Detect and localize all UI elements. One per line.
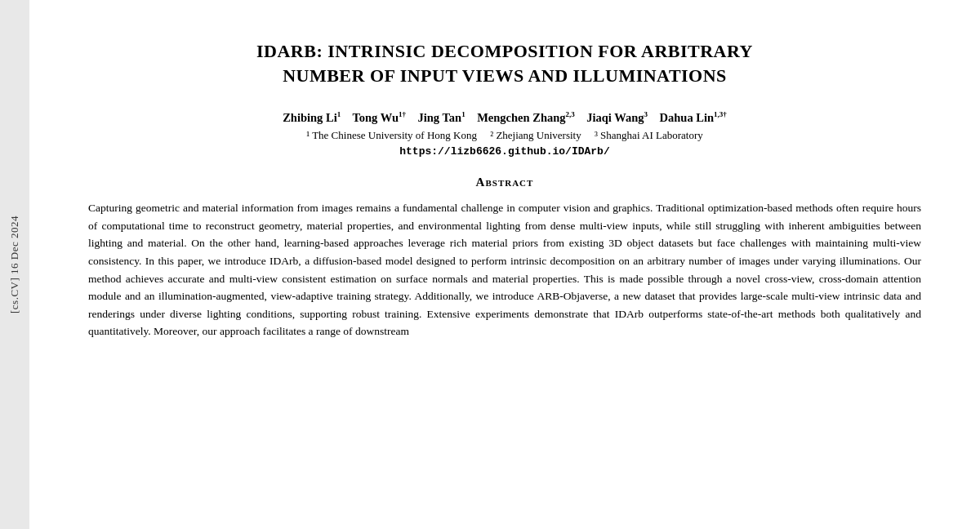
affil3: ³ Shanghai AI Laboratory: [595, 129, 703, 141]
paper-body: IDArb: Intrinsic Decomposition for Arbit…: [29, 0, 980, 529]
author-zhibing-li: Zhibing Li1: [283, 111, 341, 124]
affil2: ² Zhejiang University: [490, 129, 581, 141]
abstract-text: Capturing geometric and material informa…: [88, 199, 921, 340]
author-jing-tan: Jing Tan1: [418, 111, 466, 124]
abstract-section: Abstract Capturing geometric and materia…: [88, 176, 921, 340]
author-jiaqi-wang: Jiaqi Wang3: [586, 111, 648, 124]
affiliations-line: ¹ The Chinese University of Hong Kong ² …: [88, 129, 921, 142]
author-dahua-lin: Dahua Lin1,3†: [660, 111, 727, 124]
abstract-title: Abstract: [88, 176, 921, 189]
arxiv-date-label: [cs.CV] 16 Dec 2024: [8, 216, 21, 313]
title-line1: IDArb: Intrinsic Decomposition for Arbit…: [256, 41, 753, 61]
authors-section: Zhibing Li1 Tong Wu1† Jing Tan1 Mengchen…: [88, 110, 921, 158]
author-tong-wu: Tong Wu1†: [352, 111, 406, 124]
author-mengchen-zhang: Mengchen Zhang2,3: [477, 111, 575, 124]
paper-url[interactable]: https://lizb6626.github.io/IDArb/: [88, 145, 921, 158]
url-text[interactable]: https://lizb6626.github.io/IDArb/: [399, 145, 609, 158]
authors-line: Zhibing Li1 Tong Wu1† Jing Tan1 Mengchen…: [88, 110, 921, 125]
title-line2: Number of Input Views and Illuminations: [283, 65, 727, 86]
paper-title: IDArb: Intrinsic Decomposition for Arbit…: [88, 39, 921, 87]
affil1: ¹ The Chinese University of Hong Kong: [306, 129, 477, 141]
side-label-container: [cs.CV] 16 Dec 2024: [0, 0, 29, 529]
